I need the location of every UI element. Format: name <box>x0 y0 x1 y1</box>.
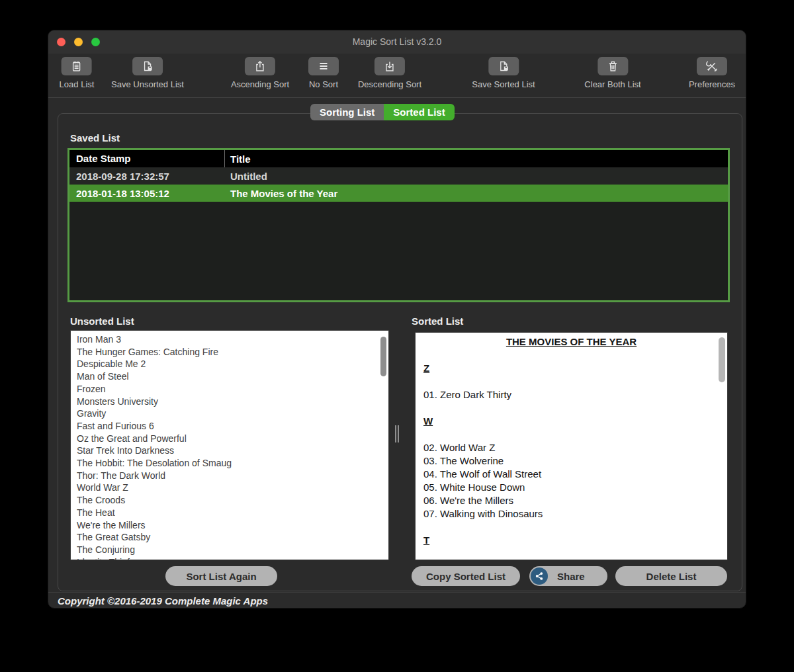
window-title: Magic Sort List v3.2.0 <box>48 30 746 54</box>
sorted-item: 05. White House Down <box>423 481 719 494</box>
close-window-button[interactable] <box>57 38 66 46</box>
sorted-item: 04. The Wolf of Wall Street <box>423 468 719 481</box>
save-sorted-list-button[interactable]: Save Sorted List <box>472 57 535 89</box>
list-item: Iron Man 3 <box>77 333 388 346</box>
list-item: Monsters University <box>77 396 388 408</box>
button-label: Delete List <box>646 571 697 582</box>
list-item: The Heat <box>77 507 388 519</box>
toolbar-label: Save Sorted List <box>472 79 535 89</box>
toolbar-label: Ascending Sort <box>231 79 289 89</box>
table-row-selected[interactable]: 2018-01-18 13:05:12 The Movies of the Ye… <box>69 185 728 202</box>
toolbar-label: Save Unsorted List <box>111 79 184 89</box>
sorted-list-label: Sorted List <box>412 315 463 327</box>
scrollbar-thumb[interactable] <box>380 337 386 376</box>
row-date: 2018-01-18 13:05:12 <box>69 188 225 199</box>
column-header-title[interactable]: Title <box>225 153 728 165</box>
share-icon <box>531 567 548 585</box>
unsorted-list-box[interactable]: Iron Man 3 The Hunger Games: Catching Fi… <box>70 330 389 560</box>
sorted-item: 02. World War Z <box>423 441 719 454</box>
list-item: The Great Gatsby <box>77 531 388 544</box>
lines-icon <box>308 57 339 75</box>
ascending-sort-button[interactable]: Ascending Sort <box>231 57 289 89</box>
toolbar-label: No Sort <box>309 79 338 89</box>
title-bar[interactable]: Magic Sort List v3.2.0 <box>48 30 746 54</box>
save-file-icon <box>488 57 519 75</box>
sort-list-again-button[interactable]: Sort List Again <box>165 566 277 586</box>
toolbar-label: Descending Sort <box>358 79 421 89</box>
column-header-date-stamp[interactable]: Date Stamp <box>69 150 225 167</box>
list-item: Despicable Me 2 <box>77 358 388 370</box>
unsorted-list-label: Unsorted List <box>70 315 134 327</box>
tab-sorted-list[interactable]: Sorted List <box>384 104 454 120</box>
sorted-title: THE MOVIES OF THE YEAR <box>423 335 719 349</box>
box-arrow-up-icon <box>245 57 275 75</box>
toolbar: Load List Save Unsorted List <box>48 54 746 98</box>
copyright-text: Copyright ©2016-2019 Complete Magic Apps <box>58 595 268 607</box>
main-panel: Saved List Date Stamp Title 2018-09-28 1… <box>58 113 742 591</box>
panel-splitter-handle[interactable] <box>392 422 402 446</box>
save-unsorted-list-button[interactable]: Save Unsorted List <box>111 57 184 89</box>
preferences-button[interactable]: Preferences <box>689 57 735 89</box>
scrollbar-thumb[interactable] <box>719 337 725 382</box>
tab-sorting-list[interactable]: Sorting List <box>310 104 384 120</box>
saved-list-header: Date Stamp Title <box>69 150 728 167</box>
sorted-item: 03. The Wolverine <box>423 454 719 468</box>
notepad-icon <box>62 57 92 75</box>
save-file-icon <box>132 57 163 75</box>
sorted-letter: T <box>423 534 719 547</box>
minimize-window-button[interactable] <box>74 38 83 46</box>
list-item: The Hobbit: The Desolation of Smaug <box>77 457 388 470</box>
delete-list-button[interactable]: Delete List <box>615 566 727 586</box>
zoom-window-button[interactable] <box>91 38 100 46</box>
row-title: The Movies of the Year <box>225 188 728 199</box>
traffic-lights <box>57 38 100 46</box>
list-item: Frozen <box>77 383 388 396</box>
list-item: Oz the Great and Powerful <box>77 433 388 445</box>
saved-list-label: Saved List <box>70 132 120 144</box>
toolbar-label: Preferences <box>689 79 735 89</box>
button-label: Sort List Again <box>186 571 256 582</box>
sorted-list-box[interactable]: THE MOVIES OF THE YEAR Z 01. Zero Dark T… <box>415 332 728 560</box>
toolbar-label: Clear Both List <box>584 79 640 89</box>
load-list-button[interactable]: Load List <box>60 57 95 89</box>
list-item: Man of Steel <box>77 370 388 383</box>
app-window: Magic Sort List v3.2.0 Load List <box>48 30 746 609</box>
sorted-letter: Z <box>423 362 719 375</box>
row-title: Untitled <box>225 171 728 182</box>
saved-list-table[interactable]: Date Stamp Title 2018-09-28 17:32:57 Unt… <box>67 148 730 302</box>
footer-divider <box>48 592 746 593</box>
list-item: The Hunger Games: Catching Fire <box>77 346 388 358</box>
list-item: Thor: The Dark World <box>77 470 388 482</box>
sorted-letter: W <box>423 415 719 428</box>
box-arrow-down-icon <box>375 57 405 75</box>
trash-icon <box>597 57 628 75</box>
list-item: Identity Thief <box>77 556 388 560</box>
descending-sort-button[interactable]: Descending Sort <box>358 57 421 89</box>
button-label: Copy Sorted List <box>426 571 506 582</box>
list-item: World War Z <box>77 482 388 494</box>
desktop-background: Magic Sort List v3.2.0 Load List <box>0 0 794 672</box>
list-item: We're the Millers <box>77 519 388 532</box>
tools-icon <box>697 57 727 75</box>
list-item: Gravity <box>77 407 388 420</box>
sorted-item: 01. Zero Dark Thirty <box>423 388 719 401</box>
button-label: Share <box>557 571 585 582</box>
no-sort-button[interactable]: No Sort <box>308 57 339 89</box>
sorted-item: 07. Walking with Dinosaurs <box>423 507 719 521</box>
table-row[interactable]: 2018-09-28 17:32:57 Untitled <box>69 167 728 185</box>
list-item: Star Trek Into Darkness <box>77 444 388 457</box>
list-tabs: Sorting List Sorted List <box>310 104 455 120</box>
list-item: The Croods <box>77 494 388 507</box>
copy-sorted-list-button[interactable]: Copy Sorted List <box>412 566 520 586</box>
list-item: Fast and Furious 6 <box>77 420 388 433</box>
clear-both-list-button[interactable]: Clear Both List <box>584 57 640 89</box>
toolbar-label: Load List <box>60 79 95 89</box>
share-button[interactable]: Share <box>529 566 607 586</box>
sorted-item: 06. We're the Millers <box>423 494 719 507</box>
list-item: The Conjuring <box>77 544 388 556</box>
row-date: 2018-09-28 17:32:57 <box>69 171 225 182</box>
